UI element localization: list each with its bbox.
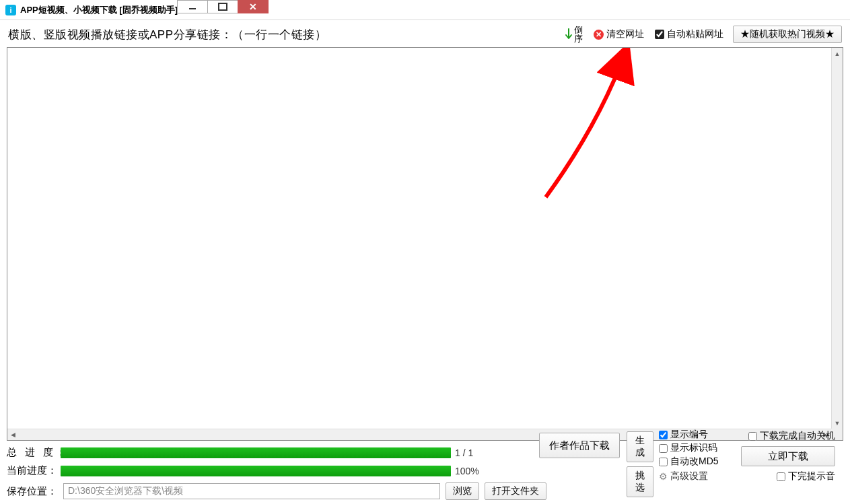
advanced-settings-button[interactable]: ⚙ 高级设置 [659,470,733,482]
window-title: APP短视频、小视频下载 [固乔视频助手] [20,4,178,16]
maximize-button[interactable] [207,0,238,13]
pick-button[interactable]: 挑选 [627,466,653,497]
close-button[interactable]: ✕ [238,0,269,13]
total-progress-bar [61,447,451,458]
clear-url-button[interactable]: ✕ 清空网址 [594,28,644,40]
minimize-button[interactable] [177,0,208,13]
current-progress-label: 当前进度： [7,464,61,477]
browse-button[interactable]: 浏览 [446,482,479,500]
vertical-scrollbar[interactable]: ▲ ▼ [831,48,843,429]
right-controls: 作者作品下载 生成 挑选 显示编号 显示标识码 自动改MD5 ⚙ 高级设置 下载… [539,427,835,495]
download-now-button[interactable]: 立即下载 [741,446,835,466]
random-hot-button[interactable]: ★随机获取热门视频★ [733,26,842,43]
done-sound-checkbox[interactable]: 下完提示音 [741,470,835,482]
save-path-input[interactable] [63,483,440,499]
current-progress-value: 100% [451,466,491,476]
show-id-checkbox[interactable]: 显示标识码 [659,442,733,454]
title-bar: i APP短视频、小视频下载 [固乔视频助手] ✕ [0,0,850,20]
auto-shutdown-checkbox[interactable]: 下载完成自动关机 [741,430,835,442]
author-works-download-button[interactable]: 作者作品下载 [539,433,620,458]
generate-button[interactable]: 生成 [627,431,653,462]
gear-icon: ⚙ [659,471,668,482]
scroll-up-icon[interactable]: ▲ [832,48,843,59]
input-header-row: 横版、竖版视频播放链接或APP分享链接：（一行一个链接） 倒序 ✕ 清空网址 自… [7,23,843,47]
reverse-order-button[interactable]: 倒序 [565,26,583,43]
scroll-left-icon[interactable]: ◀ [7,429,19,440]
auto-paste-checkbox[interactable]: 自动粘贴网址 [655,28,723,40]
down-arrow-icon [565,28,573,40]
auto-paste-label: 自动粘贴网址 [667,28,723,40]
current-progress-bar [61,466,451,476]
clear-icon: ✕ [594,30,604,40]
auto-paste-input[interactable] [655,30,664,39]
url-input-area[interactable]: ▲ ▼ ◀ ▶ [7,47,843,441]
open-folder-button[interactable]: 打开文件夹 [485,482,546,500]
total-progress-label: 总 进 度： [7,446,61,459]
total-progress-value: 1 / 1 [451,447,491,458]
reverse-order-label: 倒序 [574,26,583,43]
clear-url-label: 清空网址 [606,28,644,40]
app-icon: i [5,5,16,15]
input-label: 横版、竖版视频播放链接或APP分享链接：（一行一个链接） [8,27,326,42]
auto-md5-checkbox[interactable]: 自动改MD5 [659,456,733,468]
save-path-label: 保存位置： [7,485,58,498]
show-number-checkbox[interactable]: 显示编号 [659,429,733,441]
